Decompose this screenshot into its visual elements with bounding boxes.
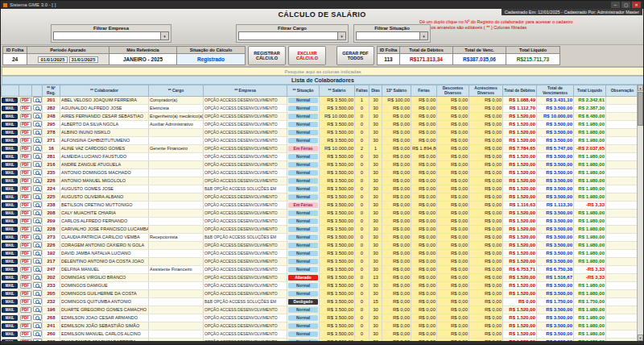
mail-button[interactable]: MAIL [2, 331, 18, 337]
salario-cell[interactable]: R$ 3.500,00 [320, 185, 355, 193]
acrescimos-diversos-cell[interactable]: R$ 0,00 [469, 250, 503, 258]
mail-button[interactable]: MAIL [2, 299, 18, 305]
acrescimos-diversos-cell[interactable]: R$ 0,00 [469, 218, 503, 226]
reg-cell[interactable]: 228 [43, 226, 60, 234]
salario-cell[interactable]: R$ 3.500,00 [320, 97, 355, 105]
pdf-button[interactable]: PDF [20, 227, 31, 232]
row-search-button[interactable] [33, 145, 42, 151]
salario-cell[interactable]: R$ 3.500,00 [320, 314, 355, 322]
mail-button[interactable]: MAIL [2, 275, 18, 281]
salario-cell[interactable]: R$ 3.500,00 [320, 121, 355, 129]
descontos-diversos-cell[interactable]: R$ 0,00 [437, 258, 469, 266]
acrescimos-diversos-cell[interactable]: R$ 0,00 [469, 145, 503, 153]
descontos-diversos-cell[interactable]: R$ 0,00 [437, 129, 469, 137]
pdf-button[interactable]: PDF [20, 98, 31, 103]
ferias-cell[interactable]: R$ 0,00 [411, 121, 437, 129]
reg-cell[interactable]: 225 [43, 193, 60, 202]
acrescimos-diversos-cell[interactable]: R$ 0,00 [469, 266, 503, 274]
dias-cell[interactable]: 30 [369, 322, 382, 330]
salario-cell[interactable]: R$ 3.500,00 [320, 202, 355, 210]
decimo-terceiro-cell[interactable]: R$ 0,00 [382, 290, 411, 298]
mail-button[interactable]: MAIL [2, 323, 18, 329]
decimo-terceiro-cell[interactable]: R$ 0,00 [382, 169, 411, 177]
row-search-button[interactable] [33, 290, 42, 296]
acrescimos-diversos-cell[interactable]: R$ 0,00 [469, 306, 503, 314]
descontos-diversos-cell[interactable]: R$ 0,00 [437, 202, 469, 210]
pdf-button[interactable]: PDF [20, 315, 31, 321]
acrescimos-diversos-cell[interactable]: R$ 0,00 [469, 258, 503, 266]
faltas-cell[interactable]: 0 [355, 210, 369, 218]
dias-cell[interactable]: 30 [369, 226, 382, 234]
decimo-terceiro-cell[interactable]: R$ 0,00 [382, 218, 411, 226]
dias-cell[interactable]: 30 [369, 218, 382, 226]
salario-cell[interactable]: R$ 10.000,00 [320, 145, 355, 153]
ferias-cell[interactable]: R$ 0,00 [411, 290, 437, 298]
pdf-button[interactable]: PDF [20, 323, 31, 329]
ferias-cell[interactable]: R$ 0,00 [411, 250, 437, 258]
faltas-cell[interactable]: 0 [355, 250, 369, 258]
header-situacao[interactable]: ** Situação [287, 85, 320, 97]
acrescimos-diversos-cell[interactable]: R$ 0,00 [469, 282, 503, 290]
ferias-cell[interactable]: R$ 0,00 [411, 161, 437, 169]
decimo-terceiro-cell[interactable]: R$ 0,00 [382, 282, 411, 290]
faltas-cell[interactable]: 0 [355, 169, 369, 177]
acrescimos-diversos-cell[interactable]: R$ 0,00 [469, 161, 503, 169]
descontos-diversos-cell[interactable]: R$ 0,00 [437, 306, 469, 314]
decimo-terceiro-cell[interactable]: R$ 0,00 [382, 242, 411, 250]
acrescimos-diversos-cell[interactable]: R$ 0,00 [469, 97, 503, 105]
search-input[interactable] [2, 67, 644, 76]
reg-cell[interactable]: 232 [43, 298, 60, 306]
row-search-button[interactable] [33, 129, 42, 135]
row-search-button[interactable] [33, 242, 42, 247]
faltas-cell[interactable]: 0 [355, 258, 369, 266]
salario-cell[interactable]: R$ 3.500,00 [320, 129, 355, 137]
row-search-button[interactable] [33, 169, 42, 175]
salario-cell[interactable]: R$ 3.500,00 [320, 153, 355, 161]
pdf-button[interactable]: PDF [20, 267, 31, 272]
ferias-cell[interactable]: R$ 0,00 [411, 169, 437, 177]
reg-cell[interactable]: 202 [43, 274, 60, 282]
decimo-terceiro-cell[interactable]: R$ 0,00 [382, 145, 411, 153]
reg-cell[interactable]: 235 [43, 169, 60, 177]
descontos-diversos-cell[interactable]: R$ 0,00 [437, 113, 469, 121]
acrescimos-diversos-cell[interactable]: R$ 0,00 [469, 129, 503, 137]
filter-empresa-select[interactable]: ▾ [53, 31, 169, 40]
pdf-button[interactable]: PDF [20, 275, 31, 281]
dias-cell[interactable]: 30 [369, 250, 382, 258]
decimo-terceiro-cell[interactable]: R$ 0,00 [382, 258, 411, 266]
ferias-cell[interactable]: R$ 0,00 [411, 177, 437, 185]
descontos-diversos-cell[interactable]: R$ 0,00 [437, 250, 469, 258]
descontos-diversos-cell[interactable]: R$ 0,00 [437, 193, 469, 202]
pdf-button[interactable]: PDF [20, 210, 31, 216]
descontos-diversos-cell[interactable]: R$ 0,00 [437, 226, 469, 234]
decimo-terceiro-cell[interactable]: R$ 0,00 [382, 185, 411, 193]
row-search-button[interactable] [33, 322, 42, 328]
faltas-cell[interactable]: 0 [355, 218, 369, 226]
mail-button[interactable]: MAIL [2, 315, 18, 321]
reg-cell[interactable]: 295 [43, 121, 60, 129]
dias-cell[interactable]: 30 [369, 97, 382, 105]
acrescimos-diversos-cell[interactable]: R$ 0,00 [469, 234, 503, 242]
mail-button[interactable]: MAIL [2, 283, 18, 289]
decimo-terceiro-cell[interactable]: R$ 0,00 [382, 129, 411, 137]
reg-cell[interactable]: 268 [43, 314, 60, 322]
salario-cell[interactable]: R$ 3.500,00 [320, 234, 355, 242]
dias-cell[interactable]: 13 [369, 274, 382, 282]
faltas-cell[interactable]: 0 [355, 185, 369, 193]
decimo-terceiro-cell[interactable]: R$ 0,00 [382, 121, 411, 129]
mail-button[interactable]: MAIL [2, 218, 18, 224]
descontos-diversos-cell[interactable]: R$ 0,00 [437, 185, 469, 193]
mail-button[interactable]: MAIL [2, 106, 18, 111]
mail-button[interactable]: MAIL [2, 178, 18, 184]
descontos-diversos-cell[interactable]: R$ 0,00 [437, 218, 469, 226]
salario-cell[interactable]: R$ 3.500,00 [320, 169, 355, 177]
descontos-diversos-cell[interactable]: R$ 0,00 [437, 210, 469, 218]
row-search-button[interactable] [33, 97, 42, 102]
decimo-terceiro-cell[interactable]: R$ 0,00 [382, 113, 411, 121]
reg-cell[interactable]: 209 [43, 218, 60, 226]
descontos-diversos-cell[interactable]: R$ 0,00 [437, 290, 469, 298]
pdf-button[interactable]: PDF [20, 138, 31, 143]
header-salario[interactable]: ** Salário [320, 85, 355, 97]
ferias-cell[interactable]: R$ 0,00 [411, 202, 437, 210]
row-search-button[interactable] [33, 161, 42, 167]
